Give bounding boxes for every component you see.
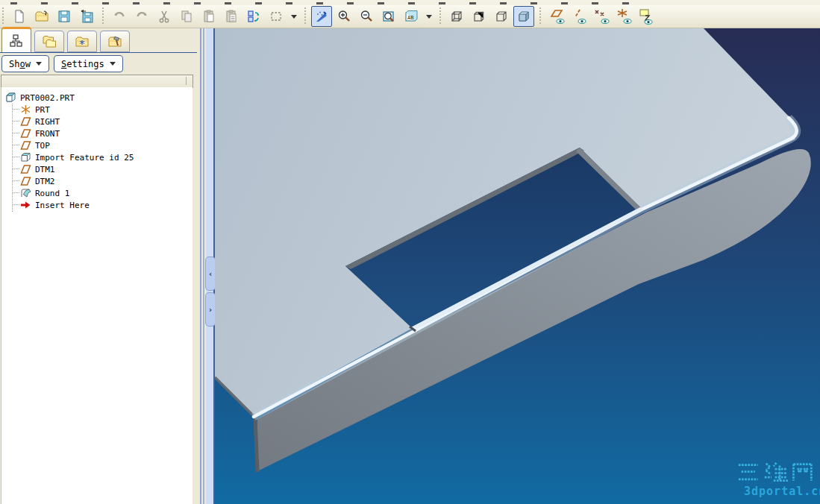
cut-button[interactable] [154, 6, 175, 27]
import-feature-icon [20, 152, 32, 163]
tree-row[interactable]: DTM1 [1, 163, 193, 175]
graphics-area[interactable]: 3dportal.cn [215, 28, 820, 504]
point-display-icon [593, 8, 610, 25]
undo-button[interactable] [109, 6, 130, 27]
chevron-down-icon [426, 15, 432, 19]
select-items-dropdown[interactable] [288, 6, 299, 27]
annotation-display-button[interactable] [636, 6, 657, 27]
tree-row-label: DTM1 [35, 165, 55, 174]
collapse-right-handle[interactable]: › [205, 292, 216, 327]
chevron-down-icon [110, 62, 116, 66]
save-a-copy-button[interactable] [76, 6, 97, 27]
paste-special-icon [224, 9, 239, 24]
tree-row-label: TOP [35, 141, 50, 151]
axis-display-button[interactable] [569, 6, 589, 27]
zoom-out-button[interactable] [356, 6, 377, 27]
tree-connector [13, 157, 19, 158]
menubar-clipped-strip [0, 0, 820, 5]
svg-text:AB: AB [407, 15, 413, 21]
folder-browser-icon [42, 34, 57, 49]
chevron-down-icon [291, 15, 297, 19]
tree-row-insert-here[interactable]: Insert Here [1, 199, 193, 211]
repaint-icon [314, 9, 329, 24]
show-button[interactable]: Show [1, 55, 49, 72]
save-button[interactable] [54, 6, 75, 27]
chevron-left-icon: ‹ [209, 270, 212, 278]
paste-button[interactable] [198, 6, 219, 27]
undo-icon [112, 9, 127, 24]
favorites-icon [75, 34, 90, 49]
wireframe-button[interactable] [446, 6, 467, 27]
settings-button[interactable]: Settings [54, 55, 123, 72]
round-icon [20, 188, 32, 198]
refit-button[interactable] [378, 6, 399, 27]
tree-row[interactable]: DTM2 [1, 175, 193, 187]
zoom-out-icon [359, 9, 374, 24]
annotation-display-icon [638, 8, 654, 25]
chevron-right-icon: › [209, 306, 212, 314]
redo-button[interactable] [131, 6, 152, 27]
tree-connector [13, 145, 19, 146]
csys-icon [20, 104, 32, 115]
select-items-button[interactable] [266, 6, 287, 27]
point-display-button[interactable] [591, 6, 612, 27]
open-button[interactable] [31, 6, 52, 27]
tab-folder-browser[interactable] [34, 31, 64, 52]
saved-views-dropdown[interactable] [423, 6, 434, 27]
refit-icon [381, 9, 396, 24]
copy-button[interactable] [176, 6, 197, 27]
regenerate-button[interactable] [243, 6, 264, 27]
no-hidden-button[interactable] [491, 6, 512, 27]
regenerate-icon [246, 9, 261, 24]
tree-connector [13, 109, 19, 110]
tree-row[interactable]: PRT [1, 104, 193, 116]
copy-icon [179, 9, 194, 24]
3d-model-canvas: 3dportal.cn [215, 28, 820, 504]
axis-display-icon [571, 8, 587, 25]
panel-splitter[interactable]: ‹ › [197, 28, 215, 504]
collapse-left-handle[interactable]: ‹ [205, 256, 216, 291]
tab-favorites[interactable] [67, 31, 97, 52]
cut-icon [157, 9, 172, 24]
tree-row[interactable]: RIGHT [1, 116, 193, 127]
shaded-icon [516, 9, 531, 24]
toolbar-grip[interactable] [2, 7, 5, 25]
csys-display-button[interactable] [613, 6, 634, 27]
tree-connector [13, 192, 19, 194]
tree-row[interactable]: FRONT [1, 127, 193, 139]
tab-model-tree[interactable] [1, 27, 31, 52]
tree-row-label: Import Feature id 25 [35, 153, 134, 163]
tree-row-label: PRT [35, 105, 50, 115]
shaded-button[interactable] [513, 6, 534, 27]
main-toolbar: AB [0, 5, 820, 28]
tree-connector-rail [12, 104, 13, 212]
navigator-panel: Show Settings PRT0002.PRT [0, 28, 197, 504]
saved-views-button[interactable]: AB [401, 6, 422, 27]
tree-connector [13, 204, 19, 206]
tab-connections[interactable] [100, 31, 130, 52]
paste-icon [201, 9, 216, 24]
tree-row-root[interactable]: PRT0002.PRT [1, 92, 193, 104]
splitter-stripe [203, 28, 204, 504]
menubar-text-remnant [10, 2, 637, 4]
watermark-url: 3dportal.cn [744, 485, 820, 498]
toolbar-separator [101, 7, 105, 25]
select-items-icon [269, 9, 284, 24]
navigator-tabs [1, 30, 130, 52]
column-divider[interactable] [186, 77, 187, 85]
paste-special-button[interactable] [221, 6, 242, 27]
hidden-line-button[interactable] [469, 6, 489, 27]
plane-display-button[interactable] [546, 6, 567, 27]
insert-here-icon [20, 200, 32, 210]
tree-row[interactable]: Round 1 [1, 187, 193, 199]
splitter-stripe [200, 28, 201, 504]
settings-button-label: Settings [61, 59, 104, 69]
new-button[interactable] [9, 6, 30, 27]
datum-plane-icon [20, 116, 32, 127]
tree-row[interactable]: TOP [1, 139, 193, 151]
tree-row[interactable]: Import Feature id 25 [1, 151, 193, 163]
new-icon [12, 9, 27, 24]
repaint-button[interactable] [311, 6, 332, 27]
tree-connector [13, 133, 19, 134]
zoom-in-button[interactable] [334, 6, 354, 27]
